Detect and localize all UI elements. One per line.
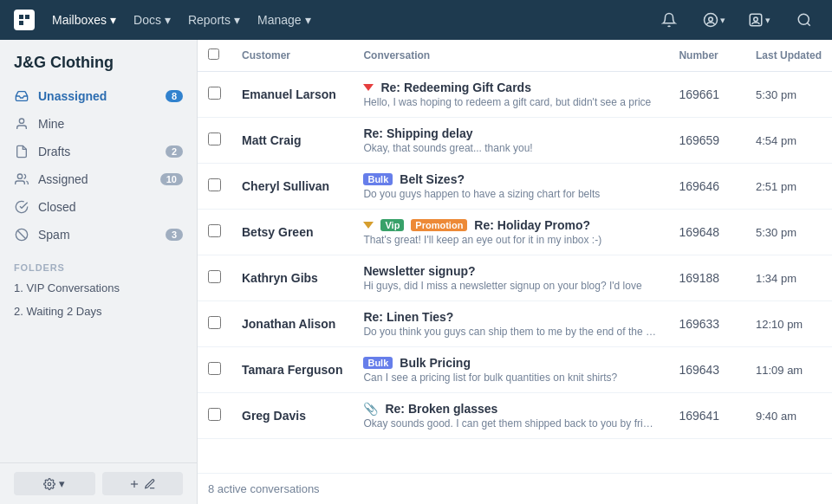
user-circle-icon[interactable]: ▾ bbox=[700, 6, 728, 34]
table-row[interactable]: Jonathan AlisonRe: Linen Ties?Do you thi… bbox=[198, 301, 832, 347]
customer-name: Jonathan Alison bbox=[242, 317, 342, 331]
conversation-cell: Re: Shipping delayOkay, that sounds grea… bbox=[353, 118, 668, 164]
conversation-cell: 📎Re: Broken glassesOkay sounds good. I c… bbox=[353, 393, 668, 439]
sidebar-item-spam[interactable]: Spam 3 bbox=[0, 221, 197, 249]
conversation-subject: Bulk Pricing bbox=[400, 356, 471, 370]
conversation-cell: BulkBelt Sizes?Do you guys happen to hav… bbox=[353, 164, 668, 210]
svg-point-4 bbox=[19, 119, 23, 123]
table-row[interactable]: Cheryl SullivanBulkBelt Sizes?Do you guy… bbox=[198, 164, 832, 210]
yellow-flag-icon bbox=[363, 222, 374, 229]
select-all-checkbox[interactable] bbox=[208, 48, 219, 60]
row-checkbox[interactable] bbox=[208, 316, 221, 329]
sidebar-item-assigned[interactable]: Assigned 10 bbox=[0, 165, 197, 193]
unassigned-badge: 8 bbox=[166, 90, 183, 102]
folder-vip[interactable]: 1. VIP Conversations bbox=[0, 276, 197, 300]
table-row[interactable]: Kathryn GibsNewsletter signup?Hi guys, d… bbox=[198, 255, 832, 301]
table-row[interactable]: Emanuel LarsonRe: Redeeming Gift CardsHe… bbox=[198, 72, 832, 118]
conversation-subject: Re: Holiday Promo? bbox=[474, 218, 590, 232]
conversation-tag: Bulk bbox=[363, 173, 393, 185]
conversation-subject: Newsletter signup? bbox=[363, 264, 475, 278]
top-navigation: Mailboxes ▾ Docs ▾ Reports ▾ Manage ▾ ▾ … bbox=[0, 0, 832, 40]
spam-label: Spam bbox=[38, 228, 157, 242]
conversation-number: 169643 bbox=[668, 347, 745, 393]
col-customer-header: Customer bbox=[231, 40, 353, 72]
check-circle-icon bbox=[14, 199, 29, 215]
conversation-cell: Newsletter signup?Hi guys, did I miss a … bbox=[353, 255, 668, 301]
conversation-cell: Re: Redeeming Gift CardsHello, I was hop… bbox=[353, 72, 668, 118]
row-checkbox[interactable] bbox=[208, 408, 221, 421]
row-checkbox[interactable] bbox=[208, 178, 221, 191]
conversation-number: 169633 bbox=[668, 301, 745, 347]
svg-line-7 bbox=[17, 230, 25, 238]
conversation-subject: Belt Sizes? bbox=[400, 172, 465, 186]
conversations-table: Customer Conversation Number Last Update… bbox=[198, 40, 832, 439]
bell-icon[interactable] bbox=[655, 6, 683, 34]
table-row[interactable]: Matt CraigRe: Shipping delayOkay, that s… bbox=[198, 118, 832, 164]
search-icon[interactable] bbox=[790, 6, 818, 34]
company-name: J&G Clothing bbox=[0, 40, 197, 79]
conversations-table-container: Customer Conversation Number Last Update… bbox=[198, 40, 832, 473]
compose-button[interactable] bbox=[102, 472, 184, 495]
customer-cell: Betsy Green bbox=[231, 210, 353, 255]
row-checkbox[interactable] bbox=[208, 362, 221, 375]
chevron-down-icon: ▾ bbox=[110, 13, 116, 27]
drafts-badge: 2 bbox=[166, 145, 183, 158]
conversation-updated: 4:54 pm bbox=[745, 118, 832, 164]
conversation-updated: 12:10 pm bbox=[745, 301, 832, 347]
inbox-icon bbox=[14, 88, 29, 104]
sidebar-item-mine[interactable]: Mine bbox=[0, 110, 197, 138]
conversation-updated: 2:51 pm bbox=[745, 164, 832, 210]
customer-cell: Cheryl Sullivan bbox=[231, 164, 353, 210]
conversation-tag: Bulk bbox=[363, 357, 393, 369]
attachment-icon: 📎 bbox=[363, 402, 378, 416]
table-row[interactable]: Greg Davis📎Re: Broken glassesOkay sounds… bbox=[198, 393, 832, 439]
sidebar: J&G Clothing Unassigned 8 Mine bbox=[0, 40, 198, 504]
table-row[interactable]: Betsy GreenVipPromotionRe: Holiday Promo… bbox=[198, 210, 832, 255]
settings-button[interactable]: ▾ bbox=[14, 472, 95, 495]
sidebar-navigation: Unassigned 8 Mine Drafts 2 bbox=[0, 79, 197, 252]
conversation-updated: 5:30 pm bbox=[745, 72, 832, 118]
folders-section-label: FOLDERS bbox=[0, 252, 197, 276]
sidebar-item-closed[interactable]: Closed bbox=[0, 193, 197, 221]
conversation-preview: Hi guys, did I miss a newsletter signup … bbox=[363, 280, 658, 292]
conversation-tag: Promotion bbox=[411, 219, 467, 231]
nav-reports[interactable]: Reports ▾ bbox=[188, 13, 240, 27]
conversation-subject: Re: Broken glasses bbox=[385, 402, 497, 416]
closed-label: Closed bbox=[38, 200, 183, 214]
customer-name: Cheryl Sullivan bbox=[242, 179, 342, 193]
table-row[interactable]: Tamara FergusonBulkBulk PricingCan I see… bbox=[198, 347, 832, 393]
user-icon bbox=[14, 116, 29, 132]
customer-name: Matt Craig bbox=[242, 133, 342, 147]
conversation-cell: Re: Linen Ties?Do you think you guys can… bbox=[353, 301, 668, 347]
nav-manage[interactable]: Manage ▾ bbox=[257, 13, 311, 27]
main-content: Customer Conversation Number Last Update… bbox=[198, 40, 832, 504]
avatar-icon[interactable]: ▾ bbox=[745, 6, 773, 34]
customer-cell: Matt Craig bbox=[231, 118, 353, 164]
row-checkbox[interactable] bbox=[208, 270, 221, 283]
sidebar-item-unassigned[interactable]: Unassigned 8 bbox=[0, 82, 197, 110]
conversation-preview: That's great! I'll keep an eye out for i… bbox=[363, 234, 658, 246]
conversation-preview: Okay, that sounds great... thank you! bbox=[363, 142, 658, 154]
row-checkbox[interactable] bbox=[208, 132, 221, 145]
customer-cell: Jonathan Alison bbox=[231, 301, 353, 347]
row-checkbox[interactable] bbox=[208, 224, 221, 237]
conversation-subject: Re: Redeeming Gift Cards bbox=[380, 81, 530, 94]
customer-cell: Tamara Ferguson bbox=[231, 347, 353, 393]
table-footer: 8 active conversations bbox=[198, 473, 832, 504]
conversation-updated: 11:09 am bbox=[745, 347, 832, 393]
conversation-preview: Okay sounds good. I can get them shipped… bbox=[363, 417, 658, 430]
svg-point-2 bbox=[798, 14, 809, 24]
sidebar-item-drafts[interactable]: Drafts 2 bbox=[0, 138, 197, 165]
conversation-preview: Hello, I was hoping to redeem a gift car… bbox=[363, 96, 658, 108]
row-checkbox[interactable] bbox=[208, 87, 221, 100]
nav-mailboxes[interactable]: Mailboxes ▾ bbox=[52, 13, 116, 27]
conversation-preview: Do you guys happen to have a sizing char… bbox=[363, 188, 658, 200]
conversation-number: 169646 bbox=[668, 164, 745, 210]
customer-name: Kathryn Gibs bbox=[242, 271, 342, 285]
conversation-subject: Re: Shipping delay bbox=[363, 126, 472, 140]
nav-docs[interactable]: Docs ▾ bbox=[133, 13, 171, 27]
chevron-down-icon: ▾ bbox=[234, 13, 240, 27]
col-updated-header: Last Updated bbox=[745, 40, 832, 72]
assigned-badge: 10 bbox=[160, 173, 183, 185]
folder-waiting[interactable]: 2. Waiting 2 Days bbox=[0, 300, 197, 323]
